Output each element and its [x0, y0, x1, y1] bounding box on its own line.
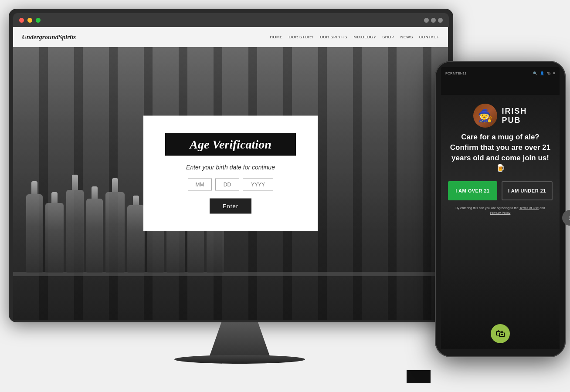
phone-wrapper: FORMTEN11 🔍 👤 🛍 ≡ 🧙	[435, 61, 570, 375]
monitor-screen: UndergroundSpirits HOME OUR STORY OUR SP…	[13, 27, 448, 320]
phone-frame: FORMTEN11 🔍 👤 🛍 ≡ 🧙	[435, 61, 566, 357]
bottle	[26, 194, 43, 273]
disclaimer-text: By entering this site you are agreeing t…	[455, 206, 519, 210]
bottle	[127, 205, 145, 273]
cart-icon[interactable]: 🛍	[547, 71, 550, 75]
monitor-top-bar	[13, 13, 449, 27]
monitor-nav: UndergroundSpirits HOME OUR STORY OUR SP…	[13, 27, 448, 47]
bottle-neck	[92, 186, 98, 199]
day-input[interactable]	[215, 179, 239, 191]
bottle-neck	[133, 196, 139, 205]
fullscreen-dot	[36, 18, 41, 23]
pub-name-line1: IRISH	[502, 107, 527, 116]
bottle	[66, 190, 84, 273]
dot2	[431, 18, 436, 23]
bottle-neck	[112, 178, 118, 192]
minimize-dot	[27, 18, 32, 23]
black-rectangle	[407, 370, 431, 383]
nav-news[interactable]: NEWS	[400, 35, 413, 39]
nav-links: HOME OUR STORY OUR SPIRITS MIXOLOGY SHOP…	[270, 35, 439, 39]
pub-logo-row: 🧙 IRISH PUB	[473, 104, 527, 128]
phone-headline: Care for a mug of ale? Confirm that you …	[448, 132, 553, 173]
bottle	[86, 199, 103, 273]
nav-our-story[interactable]: OUR STORY	[288, 35, 314, 39]
over-21-button[interactable]: I AM OVER 21	[448, 181, 497, 200]
phone-age-buttons: I AM OVER 21 I AM UNDER 21	[448, 181, 553, 200]
phone-logo: FORMTEN11	[445, 71, 466, 75]
bottle	[45, 203, 64, 273]
dot3	[438, 18, 443, 23]
pub-name-line2: PUB	[502, 116, 521, 125]
age-verification-modal: Age Verification Enter your birth date f…	[143, 116, 318, 231]
monitor-base	[174, 355, 305, 364]
enter-button[interactable]: Enter	[210, 199, 251, 214]
pub-name: IRISH PUB	[502, 107, 527, 125]
menu-icon[interactable]: ≡	[553, 71, 555, 75]
terms-link[interactable]: Terms of Use	[519, 206, 539, 210]
monitor-stand	[209, 322, 270, 357]
privacy-link[interactable]: Privacy Policy	[490, 211, 511, 215]
pub-logo-area: 🧙 IRISH PUB	[473, 104, 527, 128]
disclaimer-and: and	[539, 206, 545, 210]
phone-disclaimer: By entering this site you are agreeing t…	[455, 206, 545, 216]
monitor-frame: UndergroundSpirits HOME OUR STORY OUR SP…	[9, 9, 453, 322]
user-icon[interactable]: 👤	[540, 71, 544, 75]
close-dot	[19, 18, 24, 23]
nav-contact[interactable]: CONTACT	[419, 35, 439, 39]
nav-mixology[interactable]: MIXOLOGY	[353, 35, 376, 39]
phone-top-bar: FORMTEN11 🔍 👤 🛍 ≡	[441, 67, 560, 79]
monitor-wrapper: UndergroundSpirits HOME OUR STORY OUR SP…	[9, 9, 471, 366]
date-inputs	[188, 179, 273, 191]
nav-our-spirits[interactable]: OUR SPIRITS	[320, 35, 347, 39]
modal-title: Age Verification	[165, 133, 296, 156]
bottle-neck	[51, 192, 58, 203]
shopify-badge[interactable]: 🛍	[491, 324, 510, 343]
dot1	[424, 18, 429, 23]
pub-mascot: 🧙	[473, 104, 497, 128]
phone-content: 🧙 IRISH PUB Care for a mug of ale? Confi…	[441, 95, 560, 349]
under-21-button[interactable]: I AM UNDER 21	[502, 181, 553, 200]
site-logo: UndergroundSpirits	[22, 34, 76, 41]
nav-shop[interactable]: SHOP	[382, 35, 394, 39]
month-input[interactable]	[188, 179, 212, 191]
bottle	[105, 192, 125, 273]
bottle-neck	[72, 175, 78, 190]
search-icon[interactable]: 🔍	[533, 71, 537, 75]
year-input[interactable]	[243, 179, 273, 191]
phone-nav-icons: 🔍 👤 🛍 ≡	[533, 71, 555, 75]
modal-subtitle: Enter your birth date for continue	[186, 164, 275, 171]
bottle-neck	[31, 181, 37, 194]
nav-home[interactable]: HOME	[270, 35, 282, 39]
phone-screen: 🧙 IRISH PUB Care for a mug of ale? Confi…	[441, 79, 560, 349]
